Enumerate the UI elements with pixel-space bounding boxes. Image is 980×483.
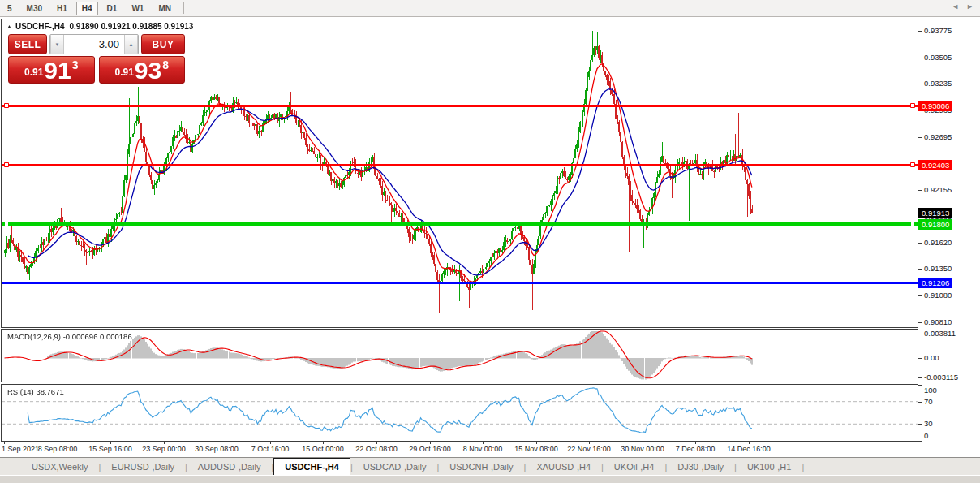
rsi-tick-mark [918,402,922,403]
hline-price-label[interactable]: 0.91206 [918,278,952,288]
time-tick-mark [110,442,111,444]
price-tick-label: 0.92155 [924,185,952,195]
buy-price-prefix: 0.91 [114,67,133,78]
price-tick-mark [918,137,922,138]
hline-price-label[interactable]: 0.91800 [918,219,952,230]
chart-tab-usdcaddaily[interactable]: USDCAD-,Daily [353,458,437,475]
sell-price-pip: 3 [72,58,79,71]
chart-symbol-label: USDCHF-,H4 [15,22,65,31]
chart-tab-uk100h1[interactable]: UK100-,H1 [737,458,802,475]
time-tick-mark [376,442,377,444]
time-tick-mark [749,442,750,444]
volume-decrease-button[interactable]: ▼ [50,35,64,54]
volume-increase-button[interactable]: ▲ [124,35,138,54]
price-tick-label: 0.93505 [924,53,952,63]
hline-price-label[interactable]: 0.92403 [918,160,952,170]
buy-price-quote[interactable]: 0.91938 [99,56,186,84]
chart-tab-eurusddaily[interactable]: EURUSD-,Daily [101,458,185,475]
ohlc-values: 0.91890 0.91921 0.91885 0.91913 [70,22,194,31]
price-tick-label: 0.91080 [924,291,952,300]
chart-tab-bar: USDX,Weekly|EURUSD-,Daily|AUDUSD-,Daily|… [0,457,980,475]
macd-label: MACD(12,26,9) -0.000696 0.000186 [7,332,132,341]
time-tick-mark [217,442,217,444]
rsi-tick-mark [918,441,922,442]
buy-price-big: 93 [135,60,161,81]
price-tick-mark [918,243,922,244]
time-tick-mark [58,442,58,444]
rsi-tick-label: 70 [924,397,933,407]
chart-ohlc-header: ▲USDCHF-,H40.91890 0.91921 0.91885 0.919… [6,22,193,31]
chart-tab-usdchfh4[interactable]: USDCHF-,H4 [273,458,350,475]
macd-tick-mark [918,358,922,359]
rsi-label: RSI(14) 38.7671 [7,387,64,396]
price-tick-mark [918,295,922,296]
rsi-indicator-panel: RSI(14) 38.7671 [1,384,918,442]
timeframe-button-m30[interactable]: M30 [21,2,48,15]
buy-price-pip: 8 [162,58,169,71]
sell-price-quote[interactable]: 0.91913 [8,56,95,84]
chart-tab-ukoilh4[interactable]: UKOil-,H4 [604,458,665,475]
timeframe-button-h1[interactable]: H1 [51,2,73,15]
rsi-tick-mark [918,424,922,425]
time-tick-mark [430,442,431,444]
hline-price-label[interactable]: 0.93006 [918,101,952,111]
time-tick-mark [270,442,271,444]
rsi-tick-mark [918,385,922,386]
price-tick-label: 0.91620 [924,238,952,248]
macd-tick-label: -0.003115 [924,373,958,382]
price-tick-label: 0.92695 [924,132,952,142]
price-tick-mark [918,84,922,84]
price-tick-mark [918,190,922,191]
timeframe-button-5[interactable]: 5 [2,2,18,15]
macd-canvas[interactable] [2,330,918,382]
price-tick-label: 0.93775 [924,26,952,36]
volume-input[interactable] [64,35,124,54]
tab-scroll-left-icon[interactable]: ◄ [952,2,959,11]
rsi-tick-label: 30 [924,419,933,429]
current-price-label: 0.91913 [918,208,952,218]
timeframe-button-h4[interactable]: H4 [76,2,98,15]
price-tick-label: 0.91350 [924,264,952,274]
rsi-tick-label: 0 [924,431,928,441]
sell-price-big: 91 [44,60,71,81]
timeframe-toolbar: 5M30H1H4D1W1MN [0,0,980,17]
time-axis[interactable]: 1 Sep 20218 Sep 08:0015 Sep 16:0023 Sep … [0,441,918,456]
sell-button[interactable]: SELL [8,34,47,54]
trading-terminal-window: 5M30H1H4D1W1MN ▲USDCHF-,H40.91890 0.9192… [0,0,980,483]
chart-tab-usdxweekly[interactable]: USDX,Weekly [21,458,98,475]
rsi-tick-label: 100 [924,386,937,395]
timeframe-button-w1[interactable]: W1 [126,2,149,15]
time-tick-mark [695,442,696,444]
tab-separator: | [802,458,804,475]
time-tick-mark [323,442,324,444]
price-tick-mark [918,31,922,32]
one-click-trading-panel: SELL ▼ ▲ BUY 0.91913 0.91938 [8,34,185,84]
buy-button[interactable]: BUY [141,34,185,54]
price-tick-label: 0.90810 [924,317,952,327]
collapse-icon[interactable]: ▲ [6,24,12,29]
arrow-up-icon: ▲ [129,42,134,47]
macd-tick-label: 0.00 [924,353,939,363]
time-tick-mark [589,442,590,444]
chart-tab-usdcnhdaily[interactable]: USDCNH-,Daily [439,458,523,475]
time-tick-label: 14 Dec 16:00 [715,445,783,453]
macd-tick-label: 0.003811 [924,329,956,339]
chart-tab-audusddaily[interactable]: AUDUSD-,Daily [187,458,272,475]
sell-price-prefix: 0.91 [24,67,43,78]
rsi-canvas[interactable] [2,385,918,441]
chart-tab-xauusdh4[interactable]: XAUUSD-,H4 [526,458,601,475]
price-tick-mark [918,322,922,323]
tab-scroll-right-icon[interactable]: ► [966,2,974,11]
toolbar-separator [183,2,184,14]
timeframe-button-d1[interactable]: D1 [101,2,123,15]
time-tick-mark [536,442,537,444]
arrow-down-icon: ▼ [55,42,60,47]
volume-spinner: ▼ ▲ [49,34,139,54]
time-tick-mark [643,442,643,444]
status-strip [0,475,980,483]
timeframe-button-mn[interactable]: MN [153,2,177,15]
price-axis[interactable]: 0.937750.935050.932350.929650.926950.924… [918,19,980,441]
chart-tab-dj30daily[interactable]: DJ30-,Daily [667,458,734,475]
price-tick-mark [918,58,922,58]
tab-scroll-arrows: ◄ ► [952,2,974,11]
